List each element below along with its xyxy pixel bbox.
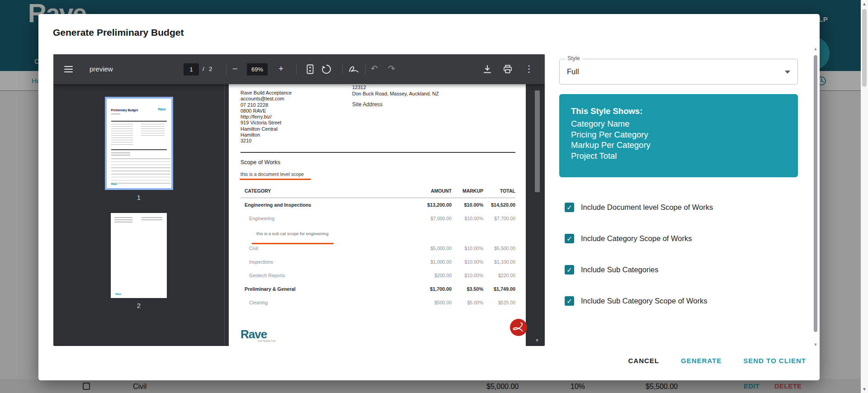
budget-table-row: this is a sub cat scope for engineering (241, 225, 515, 241)
company-line: 07 210 2228 (241, 102, 292, 108)
checkbox-row[interactable]: ✓Include Sub Category Scope of Works (565, 296, 713, 306)
scroll-down-icon[interactable]: ▼ (812, 342, 819, 347)
budget-table-row: Inspections$1,000.00$10.00%$1,100.00 (241, 255, 515, 269)
header-markup: MARKUP (462, 188, 483, 194)
more-options-icon[interactable]: ⋮ (524, 54, 533, 83)
checkbox-label: Include Document level Scope of Works (581, 203, 713, 212)
checkbox[interactable]: ✓ (565, 203, 574, 212)
scroll-down-icon[interactable]: ▼ (861, 387, 868, 392)
menu-icon[interactable] (64, 66, 73, 72)
check-icon: ✓ (566, 298, 572, 304)
page-thumbnail-1[interactable]: Preliminary Budget Rave Rave (105, 97, 173, 190)
browser-scrollbar-thumb[interactable] (862, 9, 867, 87)
budget-table: CATEGORY AMOUNT MARKUP TOTAL Engineering… (241, 188, 515, 309)
row-markup: $10.00% (465, 255, 483, 269)
row-amount: $1,000.00 (430, 255, 452, 269)
adobe-acrobat-icon[interactable] (510, 319, 527, 336)
pdf-page: 12312Don Buck Road, Massey, Auckland, NZ… (229, 84, 526, 346)
pdf-document-area[interactable]: 12312Don Buck Road, Massey, Auckland, NZ… (225, 84, 545, 346)
toolbar-divider (226, 64, 226, 74)
document-scrollbar-thumb[interactable] (535, 90, 540, 192)
generate-button[interactable]: GENERATE (681, 357, 722, 365)
company-line: Hamilton Central (241, 126, 292, 132)
page-separator: / (203, 54, 204, 84)
header-category: CATEGORY (245, 188, 271, 194)
company-line: 0800 RAVE (241, 108, 292, 114)
row-markup: $10.00% (465, 241, 483, 255)
row-total: $1,100.00 (494, 255, 515, 269)
pdf-body: Preliminary Budget Rave Rave 1 (53, 84, 545, 346)
thumbnail-panel: Preliminary Budget Rave Rave 1 (53, 84, 225, 346)
style-select[interactable]: Style Full (559, 59, 798, 85)
header-total: TOTAL (500, 188, 515, 194)
checkbox-label: Include Sub Category Scope of Works (581, 297, 707, 305)
client-line: Don Buck Road, Massey, Auckland, NZ (352, 91, 439, 97)
style-info-heading: This Style Shows: (571, 106, 786, 116)
checkbox-row[interactable]: ✓Include Category Scope of Works (565, 234, 713, 243)
thumb-doc-logo: Rave (158, 107, 165, 111)
pdf-footer-logo: Rave SOFTWARE FOR (241, 328, 276, 342)
thumb-footer-logo: Rave (111, 183, 117, 185)
print-icon[interactable] (503, 65, 512, 74)
row-category: Preliminary & General (245, 282, 296, 296)
company-line: accounts@test.com (241, 96, 292, 102)
page-thumbnail-2[interactable]: Rave (111, 213, 167, 298)
budget-table-row: Geotech Reports$200.00$10.00%$220.00 (241, 269, 515, 282)
row-total: $7,700.00 (494, 212, 515, 225)
thumbnail-label-2: 2 (137, 302, 141, 309)
zoom-in-button[interactable]: + (278, 54, 283, 83)
budget-table-row: Preliminary & General$1,700.00$3.50%$1,7… (241, 282, 515, 296)
budget-table-row: Cleaning$500.00$5.00%$525.00 (241, 296, 515, 309)
page-number-input[interactable]: 1 (184, 63, 199, 76)
document-scope-note: this is a document level scope (241, 171, 311, 180)
row-markup: $5.00% (467, 296, 483, 309)
company-line: http://ferry.biz/ (241, 114, 292, 120)
pdf-toolbar: preview 1 / 2 − 69% + (53, 54, 545, 84)
cancel-button[interactable]: CANCEL (628, 357, 660, 365)
row-total: $5,500.00 (494, 241, 515, 255)
pdf-title: preview (90, 54, 113, 84)
browser-scrollbar[interactable]: ▲ ▼ (861, 0, 868, 393)
row-category: Engineering (249, 212, 274, 225)
client-line: 12312 (352, 85, 439, 91)
modal-scrollbar-thumb[interactable] (814, 55, 817, 332)
zoom-level[interactable]: 69% (247, 63, 268, 76)
style-info-item: Category Name (571, 118, 786, 129)
check-icon: ✓ (566, 266, 572, 273)
modal-scrollbar[interactable]: ▲ ▼ (812, 45, 819, 348)
thumb-footer-logo: Rave (115, 293, 121, 295)
row-category: Inspections (249, 255, 273, 269)
style-info-box: This Style Shows: Category NamePricing P… (559, 94, 798, 177)
row-category: Cleaning (249, 296, 268, 309)
client-address-block: 12312Don Buck Road, Massey, Auckland, NZ (352, 85, 439, 97)
row-total: $14,520.00 (491, 198, 515, 212)
dialog-title: Generate Preliminary Budget (53, 27, 184, 38)
download-icon[interactable] (483, 65, 492, 74)
undo-icon[interactable]: ↶ (371, 54, 378, 83)
rotate-icon[interactable] (321, 64, 332, 75)
draw-signature-icon[interactable] (348, 65, 360, 73)
send-to-client-button[interactable]: SEND TO CLIENT (743, 357, 806, 365)
screen: Rave C HELP S Ho Civil $5,000.00 10% $5,… (0, 0, 868, 393)
scroll-up-icon[interactable]: ▲ (861, 1, 868, 6)
header-amount: AMOUNT (431, 188, 452, 194)
redo-icon[interactable]: ↷ (388, 54, 395, 83)
fit-to-page-icon[interactable] (306, 64, 315, 74)
row-total: $220.00 (498, 269, 515, 282)
checkbox[interactable]: ✓ (565, 296, 574, 306)
budget-table-row: Civil$5,000.00$10.00%$5,500.00 (241, 241, 515, 255)
checkbox-row[interactable]: ✓Include Document level Scope of Works (565, 203, 713, 212)
pdf-viewer: preview 1 / 2 − 69% + (53, 54, 545, 346)
checkbox-list: ✓Include Document level Scope of Works✓I… (565, 203, 713, 327)
check-icon: ✓ (566, 235, 572, 242)
document-scroll-down-icon[interactable]: ▼ (535, 338, 539, 343)
style-info-item: Markup Per Category (571, 140, 786, 151)
row-category: Engineering and Inspections (245, 198, 311, 212)
checkbox-row[interactable]: ✓Include Sub Categories (565, 265, 713, 275)
scroll-up-icon[interactable]: ▲ (812, 47, 819, 51)
row-amount: $7,000.00 (430, 212, 452, 225)
checkbox[interactable]: ✓ (565, 265, 574, 275)
zoom-out-button[interactable]: − (232, 54, 238, 83)
checkbox[interactable]: ✓ (565, 234, 574, 243)
row-markup: $10.00% (464, 198, 483, 212)
